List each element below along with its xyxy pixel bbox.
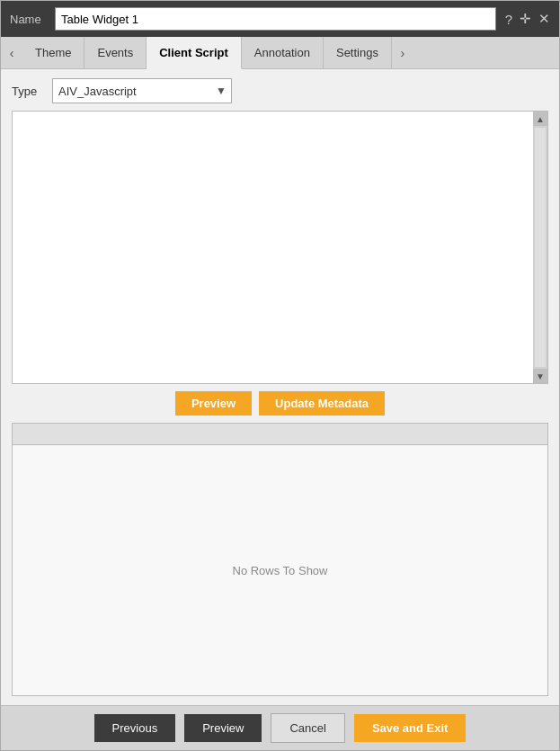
action-row: Preview Update Metadata	[12, 391, 548, 416]
main-window: Name ? ✛ ✕ ‹ Theme Events Client Script …	[0, 0, 560, 751]
type-select-wrapper: AIV_Javascript Javascript CSS ▼	[52, 78, 232, 103]
close-icon[interactable]: ✕	[538, 11, 550, 27]
previous-button[interactable]: Previous	[94, 714, 176, 742]
preview-button[interactable]: Preview	[175, 391, 252, 416]
tab-prev-button[interactable]: ‹	[1, 37, 22, 68]
help-icon[interactable]: ?	[505, 12, 512, 27]
save-and-exit-button[interactable]: Save and Exit	[354, 714, 467, 742]
editor-scrollbar: ▲ ▼	[533, 112, 547, 383]
data-grid-header	[13, 424, 547, 445]
content-area: Type AIV_Javascript Javascript CSS ▼ ▲ ▼…	[1, 69, 559, 705]
footer: Previous Preview Cancel Save and Exit	[1, 705, 559, 750]
name-label: Name	[10, 13, 46, 26]
no-rows-text: No Rows To Show	[233, 564, 328, 577]
update-metadata-button[interactable]: Update Metadata	[259, 391, 385, 416]
type-label: Type	[12, 85, 43, 98]
type-field-row: Type AIV_Javascript Javascript CSS ▼	[12, 78, 548, 103]
tab-annotation[interactable]: Annotation	[242, 37, 324, 68]
title-bar: Name ? ✛ ✕	[1, 1, 559, 37]
data-grid: No Rows To Show	[12, 423, 548, 696]
scrollbar-up-button[interactable]: ▲	[533, 112, 547, 126]
code-editor: ▲ ▼	[12, 111, 548, 384]
data-grid-body: No Rows To Show	[13, 445, 547, 695]
footer-preview-button[interactable]: Preview	[184, 714, 262, 742]
scrollbar-down-button[interactable]: ▼	[533, 369, 547, 383]
tab-theme[interactable]: Theme	[22, 37, 84, 68]
title-bar-icons: ? ✛ ✕	[505, 11, 550, 27]
tab-events[interactable]: Events	[84, 37, 147, 68]
tab-client-script[interactable]: Client Script	[147, 37, 242, 69]
scrollbar-track	[535, 128, 546, 367]
code-textarea[interactable]	[13, 112, 533, 383]
cancel-button[interactable]: Cancel	[271, 713, 344, 743]
name-input[interactable]	[55, 7, 496, 31]
tab-next-button[interactable]: ›	[392, 37, 413, 68]
type-select[interactable]: AIV_Javascript Javascript CSS	[52, 78, 232, 103]
tab-settings[interactable]: Settings	[324, 37, 392, 68]
tab-bar: ‹ Theme Events Client Script Annotation …	[1, 37, 559, 69]
move-icon[interactable]: ✛	[520, 11, 531, 27]
